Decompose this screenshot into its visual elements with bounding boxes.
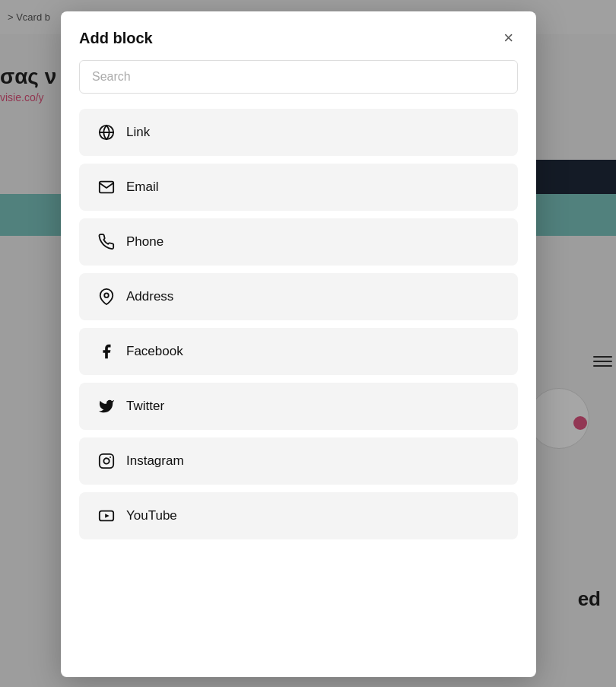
link-icon	[97, 124, 116, 141]
block-label-twitter: Twitter	[126, 399, 164, 414]
block-item-email[interactable]: Email	[79, 164, 518, 211]
modal-header: Add block ×	[61, 11, 536, 60]
modal-title: Add block	[79, 30, 153, 47]
facebook-icon	[97, 343, 116, 360]
block-item-twitter[interactable]: Twitter	[79, 383, 518, 430]
youtube-icon	[97, 507, 116, 524]
block-item-link[interactable]: Link	[79, 109, 518, 156]
modal-search-area	[61, 60, 536, 106]
block-label-facebook: Facebook	[126, 344, 183, 359]
block-item-instagram[interactable]: Instagram	[79, 437, 518, 485]
block-list: Link Email Phone	[61, 106, 536, 677]
add-block-modal: Add block × Link Ema	[61, 11, 536, 677]
svg-marker-6	[105, 514, 110, 518]
close-button[interactable]: ×	[499, 28, 518, 48]
block-item-address[interactable]: Address	[79, 273, 518, 320]
block-item-facebook[interactable]: Facebook	[79, 328, 518, 375]
block-label-address: Address	[126, 289, 173, 304]
twitter-icon	[97, 398, 116, 415]
svg-rect-3	[100, 454, 113, 468]
block-label-phone: Phone	[126, 234, 164, 250]
block-label-link: Link	[126, 125, 150, 140]
block-label-youtube: YouTube	[126, 508, 177, 523]
svg-point-2	[104, 293, 109, 297]
phone-icon	[97, 234, 116, 250]
instagram-icon	[97, 453, 116, 469]
search-input[interactable]	[79, 60, 518, 94]
block-label-email: Email	[126, 180, 159, 195]
email-icon	[97, 179, 116, 196]
block-item-youtube[interactable]: YouTube	[79, 492, 518, 539]
block-label-instagram: Instagram	[126, 453, 184, 469]
block-item-phone[interactable]: Phone	[79, 218, 518, 266]
address-icon	[97, 288, 116, 305]
